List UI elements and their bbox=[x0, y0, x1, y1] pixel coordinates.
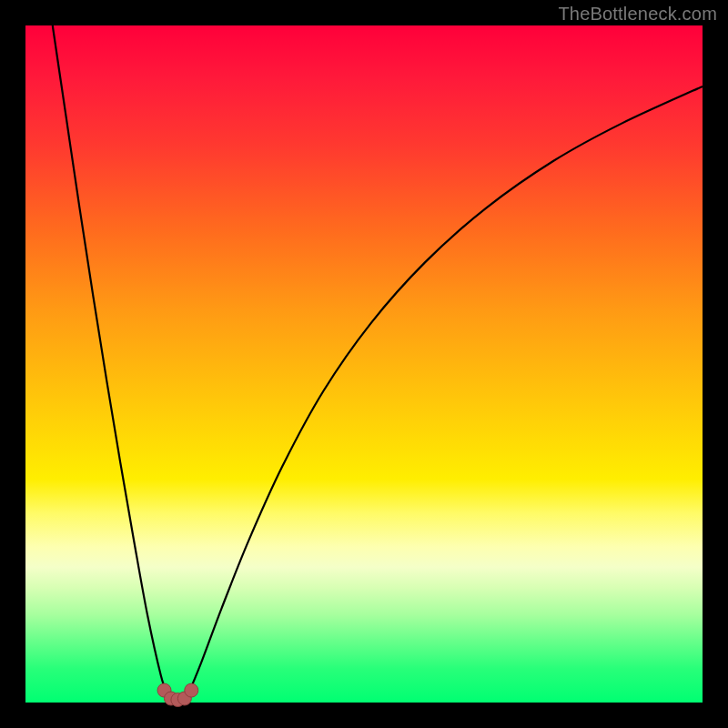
plot-area bbox=[25, 25, 703, 703]
chart-frame: TheBottleneck.com bbox=[0, 0, 728, 728]
attribution-text: TheBottleneck.com bbox=[558, 4, 717, 25]
valley-marker-group bbox=[157, 683, 198, 706]
left-branch-path bbox=[53, 25, 171, 699]
right-branch-path bbox=[185, 86, 703, 699]
curve-layer bbox=[25, 25, 703, 703]
valley-marker-dot bbox=[185, 683, 198, 697]
